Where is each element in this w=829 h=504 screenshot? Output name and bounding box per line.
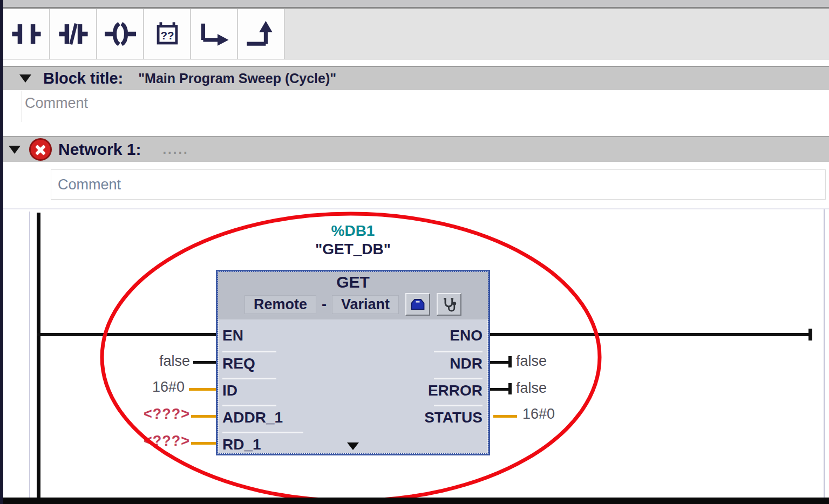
instance-db-number[interactable]: %DB1 — [216, 222, 490, 240]
insert-closed-contact-button[interactable] — [50, 9, 97, 59]
block-title-bar: Block title: "Main Program Sweep (Cycle)… — [3, 66, 829, 90]
diagnostics-button[interactable] — [437, 293, 461, 316]
param-addr-1: ADDR_1 — [222, 409, 283, 426]
power-rail — [37, 213, 40, 499]
param-status: STATUS — [424, 409, 483, 426]
insert-coil-button[interactable] — [97, 9, 144, 59]
insert-open-contact-button[interactable] — [3, 9, 50, 59]
diagnostics-icon — [441, 297, 457, 312]
variant-dropdown-right[interactable]: Variant — [332, 295, 399, 314]
error-stub-wire — [490, 388, 511, 391]
get-block-header: GET Remote - Variant — [218, 272, 488, 319]
block-title-value[interactable]: "Main Program Sweep (Cycle)" — [138, 71, 336, 86]
get-block-title: GET — [218, 273, 488, 291]
top-scroll-strip — [3, 0, 829, 7]
ndr-stub-terminal — [508, 356, 512, 367]
ndr-stub-wire — [490, 361, 511, 364]
network-1-bar: Network 1: ..... — [3, 136, 829, 162]
normally-open-contact-icon — [11, 18, 42, 50]
row-separator — [222, 351, 276, 352]
variant-separator: - — [322, 296, 327, 313]
network-comment-field[interactable]: Comment — [58, 176, 121, 193]
addr-1-operand[interactable]: <???> — [104, 406, 190, 423]
canvas-left-guide — [29, 212, 30, 499]
req-stub-wire — [193, 361, 216, 364]
param-eno: ENO — [450, 327, 483, 344]
row-separator — [434, 378, 483, 379]
network-title-placeholder[interactable]: ..... — [162, 142, 188, 157]
collapse-block-icon[interactable] — [19, 74, 31, 83]
open-block-button[interactable] — [405, 293, 430, 316]
row-separator — [222, 405, 276, 406]
get-function-block[interactable]: GET Remote - Variant — [216, 270, 490, 455]
param-en: EN — [222, 327, 243, 344]
expand-parameters-icon[interactable] — [347, 442, 359, 450]
collapse-network-icon[interactable] — [9, 146, 21, 154]
left-edge-strip — [0, 0, 3, 504]
param-id: ID — [222, 382, 237, 399]
id-stub-wire — [189, 388, 216, 391]
canvas-right-guide — [824, 209, 825, 499]
comment-indent-line — [22, 91, 22, 122]
eno-wire-terminal — [808, 329, 812, 340]
svg-text:??: ?? — [160, 29, 174, 42]
param-rd-1: RD_1 — [222, 436, 261, 453]
error-operand[interactable]: false — [516, 380, 547, 397]
block-title-label: Block title: — [43, 70, 123, 87]
row-separator — [222, 378, 276, 379]
param-error: ERROR — [428, 382, 483, 399]
bottom-edge-bar — [0, 498, 829, 504]
row-separator — [222, 432, 303, 433]
network-comment-box[interactable]: Comment — [51, 169, 826, 200]
rd-1-stub-wire — [191, 442, 216, 445]
top-separator — [3, 7, 829, 9]
insert-empty-box-button[interactable]: ?? — [144, 9, 191, 59]
row-separator — [434, 351, 483, 352]
variant-dropdown-left[interactable]: Remote — [244, 295, 316, 314]
ladder-toolbar: ?? — [3, 9, 829, 60]
close-branch-icon — [246, 18, 277, 50]
open-branch-icon — [199, 18, 230, 50]
addr-1-stub-wire — [191, 415, 216, 418]
error-stub-terminal — [508, 383, 512, 394]
coil-icon — [105, 18, 136, 50]
req-operand[interactable]: false — [104, 353, 190, 370]
error-icon — [29, 138, 52, 161]
status-operand[interactable]: 16#0 — [522, 406, 555, 423]
param-req: REQ — [222, 355, 255, 372]
empty-box-icon: ?? — [152, 18, 183, 50]
open-branch-button[interactable] — [191, 9, 238, 59]
ladder-canvas: %DB1 "GET_DB" GET Remote - Variant — [3, 209, 829, 499]
param-ndr: NDR — [450, 355, 483, 372]
rd-1-operand[interactable]: <???> — [104, 433, 190, 449]
ndr-operand[interactable]: false — [516, 353, 547, 370]
network-title: Network 1: — [58, 140, 141, 159]
normally-closed-contact-icon — [58, 18, 89, 50]
status-stub-wire — [493, 415, 517, 418]
en-wire — [37, 333, 216, 336]
id-operand[interactable]: 16#0 — [98, 379, 185, 396]
instance-db-name[interactable]: "GET_DB" — [216, 241, 490, 258]
block-comment-field[interactable]: Comment — [25, 95, 88, 112]
eno-wire — [490, 333, 812, 336]
open-block-icon — [410, 297, 426, 312]
close-branch-button[interactable] — [238, 9, 285, 59]
row-separator — [434, 405, 483, 406]
